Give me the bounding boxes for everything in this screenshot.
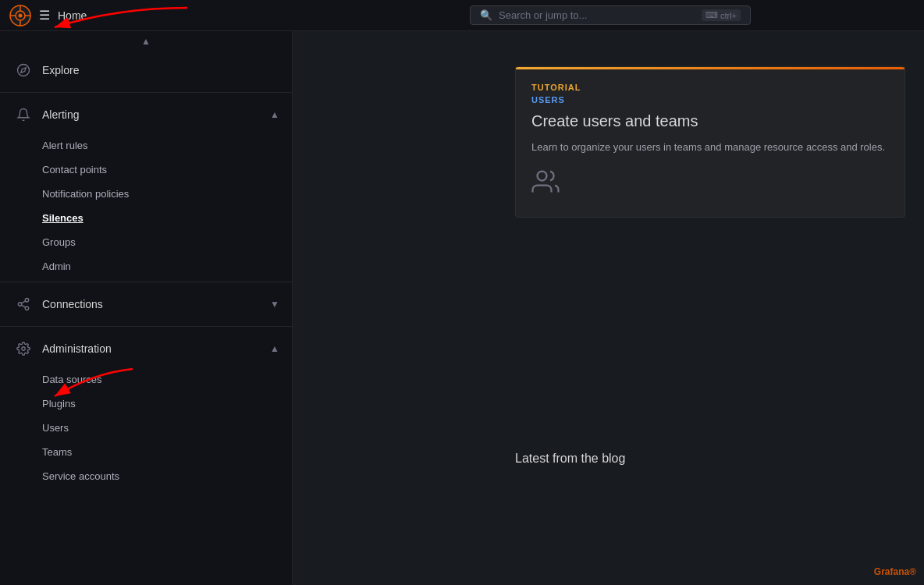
sidebar-item-alerting[interactable]: Alerting ▲	[0, 96, 292, 133]
grafana-logo-icon	[9, 5, 31, 27]
admin-sub-item-teams[interactable]: Teams	[0, 440, 292, 464]
alerting-sub-item-notification-policies[interactable]: Notification policies	[0, 182, 292, 206]
search-placeholder-text: Search or jump to...	[499, 9, 587, 21]
search-bar[interactable]: 🔍 Search or jump to... ⌨ ctrl+	[470, 5, 751, 25]
connections-icon	[12, 293, 34, 315]
sidebar-item-connections[interactable]: Connections ▼	[0, 285, 292, 323]
connections-chevron: ▼	[270, 299, 279, 310]
sidebar: ▲ Explore Alerting ▲ Alert rules Contact…	[0, 31, 293, 585]
svg-marker-9	[21, 68, 26, 73]
alerting-sub-item-admin[interactable]: Admin	[0, 254, 292, 278]
connections-label: Connections	[42, 298, 270, 310]
alerting-icon	[12, 104, 34, 126]
administration-section: Administration ▲	[0, 330, 292, 367]
svg-point-15	[22, 347, 26, 351]
topbar-left: ☰ Home	[0, 5, 297, 27]
keyboard-shortcut: ⌨ ctrl+	[702, 9, 741, 21]
sidebar-collapse-btn[interactable]: ▲	[0, 31, 292, 51]
blog-section: Latest from the blog	[515, 452, 905, 466]
svg-point-17	[538, 171, 547, 180]
tutorial-users-icon	[531, 168, 889, 201]
alerting-sub-item-contact-points[interactable]: Contact points	[0, 158, 292, 182]
tutorial-title: Create users and teams	[531, 112, 889, 130]
administration-chevron: ▲	[270, 343, 279, 354]
administration-icon	[12, 338, 34, 360]
keyboard-icon: ⌨	[705, 10, 718, 20]
sidebar-item-administration[interactable]: Administration ▲	[0, 330, 292, 367]
svg-point-8	[18, 65, 30, 76]
hamburger-icon[interactable]: ☰	[39, 8, 50, 23]
explore-label: Explore	[42, 64, 279, 76]
blog-title: Latest from the blog	[515, 452, 905, 466]
svg-line-14	[21, 301, 25, 303]
admin-sub-item-data-sources[interactable]: Data sources	[0, 367, 292, 392]
alerting-chevron: ▲	[270, 109, 279, 120]
svg-point-10	[25, 299, 29, 303]
admin-sub-item-plugins[interactable]: Plugins	[0, 392, 292, 416]
sidebar-item-explore[interactable]: Explore	[0, 51, 292, 89]
main-content: TUTORIAL USERS Create users and teams Le…	[293, 31, 924, 585]
grafana-watermark: Grafana®	[874, 566, 916, 577]
svg-point-12	[25, 307, 29, 310]
explore-icon	[12, 59, 34, 81]
admin-sub-item-service-accounts[interactable]: Service accounts	[0, 464, 292, 488]
tutorial-category: USERS	[531, 95, 889, 105]
alerting-sub-item-groups[interactable]: Groups	[0, 230, 292, 254]
svg-point-6	[19, 13, 23, 17]
search-icon: 🔍	[480, 9, 492, 21]
admin-sub-item-users[interactable]: Users	[0, 416, 292, 440]
topbar-center: 🔍 Search or jump to... ⌨ ctrl+	[297, 5, 924, 25]
tutorial-tag: TUTORIAL	[531, 83, 889, 92]
tutorial-card: TUTORIAL USERS Create users and teams Le…	[515, 66, 905, 218]
alerting-label: Alerting	[42, 108, 270, 121]
home-link[interactable]: Home	[58, 9, 87, 22]
alerting-sub-item-alert-rules[interactable]: Alert rules	[0, 133, 292, 158]
chevron-up-icon: ▲	[141, 36, 151, 47]
svg-line-13	[21, 305, 25, 307]
svg-point-11	[18, 303, 22, 307]
topbar: ☰ Home 🔍 Search or jump to... ⌨ ctrl+	[0, 0, 924, 31]
tutorial-description: Learn to organize your users in teams an…	[531, 140, 889, 155]
alerting-sub-item-silences[interactable]: Silences	[0, 206, 292, 230]
administration-label: Administration	[42, 342, 270, 355]
